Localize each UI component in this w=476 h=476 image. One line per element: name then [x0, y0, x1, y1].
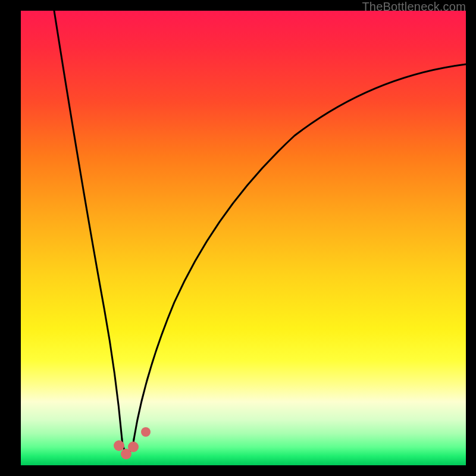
marker-trough-left	[114, 440, 124, 451]
marker-trough-mid	[121, 449, 131, 459]
watermark-text: TheBottleneck.com	[362, 0, 466, 14]
marker-point-right	[141, 427, 151, 437]
curve-trough	[122, 439, 134, 453]
chart-frame	[21, 11, 466, 465]
marker-trough-right	[128, 441, 139, 452]
chart-svg	[21, 11, 466, 465]
curve-right-branch	[134, 64, 466, 439]
curve-left-branch	[54, 11, 122, 439]
